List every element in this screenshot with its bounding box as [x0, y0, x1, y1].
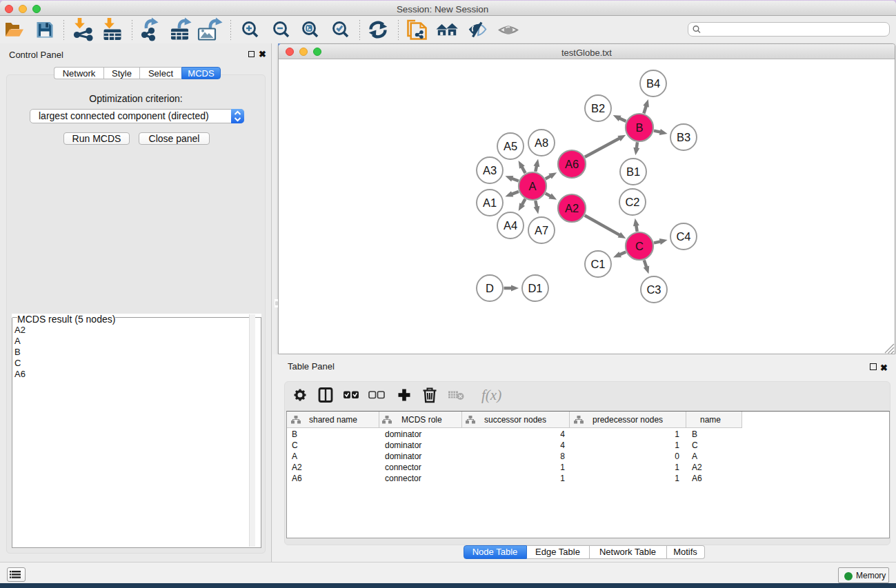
svg-text:C2: C2 [625, 196, 639, 208]
svg-text:A5: A5 [504, 140, 517, 152]
svg-text:D: D [486, 282, 494, 294]
svg-text:A4: A4 [504, 219, 517, 232]
svg-text:C4: C4 [676, 230, 690, 243]
svg-text:f(x): f(x) [481, 387, 501, 403]
svg-text:A3: A3 [483, 164, 497, 176]
svg-text:B: B [635, 121, 643, 134]
svg-text:D1: D1 [528, 282, 542, 294]
svg-text:B1: B1 [626, 165, 640, 178]
svg-text:B3: B3 [677, 131, 690, 143]
svg-text:A1: A1 [483, 196, 497, 209]
svg-text:B4: B4 [646, 77, 660, 90]
svg-text:C3: C3 [646, 283, 661, 296]
svg-text:A: A [528, 180, 536, 192]
svg-text:A8: A8 [535, 136, 548, 149]
svg-text:C: C [635, 240, 644, 252]
svg-text:A2: A2 [565, 202, 579, 214]
svg-text:A7: A7 [535, 224, 548, 236]
svg-text:C1: C1 [590, 258, 605, 270]
svg-text:B2: B2 [591, 102, 605, 114]
svg-text:A6: A6 [565, 158, 579, 170]
